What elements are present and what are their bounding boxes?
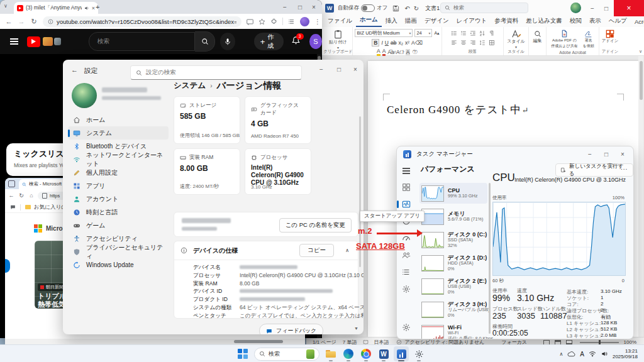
line-spacing-icon[interactable] (479, 40, 486, 46)
tm-item-disk1[interactable]: ディスク 1 (D:)HDD (SATA)0% (419, 253, 487, 273)
tab-design[interactable]: デザイン (421, 16, 453, 27)
word-avatar[interactable] (570, 3, 581, 13)
undo-icon[interactable]: ↶ (404, 5, 409, 12)
enclose-char-button[interactable]: ㊦ (412, 48, 418, 56)
editing-icon[interactable] (534, 30, 541, 38)
tm-item-disk2[interactable]: ディスク 2 (E:)USB (USB)0% (419, 276, 487, 297)
processor-card[interactable]: プロセッサ Intel(R) Celeron(R) G4900 CPU @ 3.… (245, 148, 311, 195)
sidebar-item-home[interactable]: ホーム (68, 113, 169, 126)
tab-insert[interactable]: 挿入 (382, 16, 401, 27)
chrome-close-button[interactable]: × (306, 1, 322, 13)
tab-help[interactable]: ヘルプ (605, 16, 631, 27)
italic-button[interactable]: I (381, 40, 382, 46)
feedback-button[interactable]: フィードバック (259, 324, 323, 334)
align-center-icon[interactable] (460, 40, 467, 46)
sidebar-item-windows-update[interactable]: Windows Update (68, 258, 169, 272)
onedrive-icon[interactable] (567, 351, 575, 358)
subscript-button[interactable]: x₂ (398, 40, 403, 46)
storage-card[interactable]: ストレージ 585 GB 使用領域 146 GB / 585 GB (174, 96, 240, 144)
back-icon[interactable]: ← (71, 66, 78, 74)
rail-users-icon[interactable] (402, 251, 411, 260)
sidebar-item-privacy[interactable]: プライバシーとセキュリティ (68, 245, 169, 258)
settings-minimize-button[interactable]: − (313, 63, 330, 75)
adobe-pdf-button[interactable]: Adobe PDF の 作成および共有 (551, 30, 577, 49)
sidebar-item-network[interactable]: ネットワークとインターネット (68, 153, 169, 166)
font-grow-icon[interactable]: A▴ (434, 31, 439, 36)
rename-pc-button[interactable]: この PC の名前を変更 (279, 218, 352, 233)
reload-icon[interactable]: ↻ (16, 192, 26, 199)
word-close-button[interactable]: × (614, 0, 644, 16)
tray-overflow-chevron[interactable]: ∧ (559, 351, 563, 357)
tm-item-memory[interactable]: メモリ5.6/7.9 GB (71%) (419, 206, 487, 227)
rail-details-icon[interactable] (402, 268, 411, 277)
tab-close-icon[interactable]: × (92, 5, 95, 11)
cast-icon[interactable] (247, 18, 253, 25)
settings-maximize-button[interactable]: □ (331, 63, 347, 75)
device-spec-header[interactable]: デバイスの仕様 コピー ∧ (174, 241, 358, 260)
back-icon[interactable]: ← (6, 192, 16, 199)
collapse-chevron-icon[interactable]: ∧ (345, 248, 349, 253)
rail-services-icon[interactable] (402, 285, 411, 293)
tm-item-disk3[interactable]: ディスク 3 (H:)リムーバブル (USB)0% (419, 299, 487, 320)
tab-home[interactable]: ホーム (356, 14, 382, 27)
tm-minimize-button[interactable]: − (582, 148, 598, 160)
tab-draw[interactable]: 描画 (401, 16, 421, 27)
sidebar-item-apps[interactable]: アプリ (68, 179, 169, 192)
bold-button[interactable]: B (372, 39, 379, 47)
sort-icon[interactable] (479, 30, 486, 36)
sidebar-item-personalization[interactable]: 個人用設定 (68, 166, 169, 179)
tab-references[interactable]: 参考資料 (491, 16, 522, 27)
taskbar-search-box[interactable]: 検索 (254, 348, 319, 361)
tab-actions-icon[interactable] (8, 180, 15, 187)
create-button[interactable]: +作成 (254, 33, 284, 50)
address-bar[interactable]: youtube.com/watch?v=r105CzDvoo08&list=RD… (43, 16, 242, 27)
taskbar-chrome-icon[interactable] (358, 346, 374, 361)
indent-icon[interactable] (470, 30, 476, 36)
tab-mailings[interactable]: 差し込み文書 (522, 16, 565, 27)
voice-search-button[interactable] (220, 33, 235, 50)
numbering-icon[interactable] (460, 30, 467, 36)
paste-icon[interactable] (333, 30, 343, 39)
tm-item-disk0[interactable]: ディスク 0 (C:)SSD (SATA)32% (419, 229, 487, 250)
tab-view[interactable]: 表示 (586, 16, 605, 27)
taskbar-word-icon[interactable]: W (376, 346, 391, 361)
tab-review[interactable]: 校閲 (566, 16, 586, 27)
copy-button[interactable]: コピー (299, 244, 334, 257)
tab-layout[interactable]: レイアウト (453, 16, 491, 27)
forward-icon[interactable]: → (15, 18, 28, 25)
volume-icon[interactable] (601, 351, 608, 357)
autosave-toggle[interactable] (361, 4, 375, 12)
tm-close-button[interactable]: × (614, 148, 631, 160)
addins-icon[interactable] (606, 30, 614, 38)
wifi-icon[interactable] (589, 351, 596, 357)
youtube-search-box[interactable]: 検索 (89, 32, 195, 51)
addins-label[interactable]: アドイン (602, 38, 619, 44)
taskbar-file-explorer-icon[interactable] (323, 346, 338, 361)
profile-avatar[interactable] (300, 17, 309, 26)
save-icon[interactable] (392, 5, 399, 12)
tm-menu-icon[interactable] (402, 168, 410, 174)
char-shading-button[interactable]: A (406, 49, 411, 55)
sidebar-item-accounts[interactable]: アカウント (68, 192, 169, 206)
settings-search-box[interactable]: 設定の検索 (130, 65, 302, 80)
tab-audio-icon[interactable] (84, 6, 89, 11)
new-tab-button[interactable]: + (96, 3, 99, 11)
document-text[interactable]: Celeron G4900 をテスト中 (387, 104, 521, 116)
sidebar-icon[interactable] (10, 204, 16, 210)
youtube-avatar[interactable]: S (309, 34, 322, 49)
edge-horizontal-scrollbar[interactable] (5, 339, 305, 344)
scrollbar-thumb[interactable] (234, 340, 283, 343)
rail-settings-icon[interactable] (402, 323, 411, 332)
align-right-icon[interactable] (470, 40, 476, 46)
sidebar-item-gaming[interactable]: ゲーム (68, 219, 169, 232)
strikethrough-button[interactable]: ab (391, 40, 396, 46)
youtube-search-button[interactable] (195, 31, 215, 52)
taskbar-edge-icon[interactable] (341, 346, 356, 361)
start-button[interactable] (235, 346, 250, 361)
gpu-card[interactable]: グラフィックス カード 4 GB AMD Radeon R7 450 (245, 96, 311, 144)
styles-icon[interactable] (511, 30, 521, 38)
word-maximize-button[interactable]: □ (598, 3, 614, 14)
tab-acrobat[interactable]: Acrobat (631, 17, 644, 27)
styles-label[interactable]: スタイル (507, 38, 525, 45)
scrollbar-down-arrow[interactable]: ▼ (354, 326, 358, 331)
